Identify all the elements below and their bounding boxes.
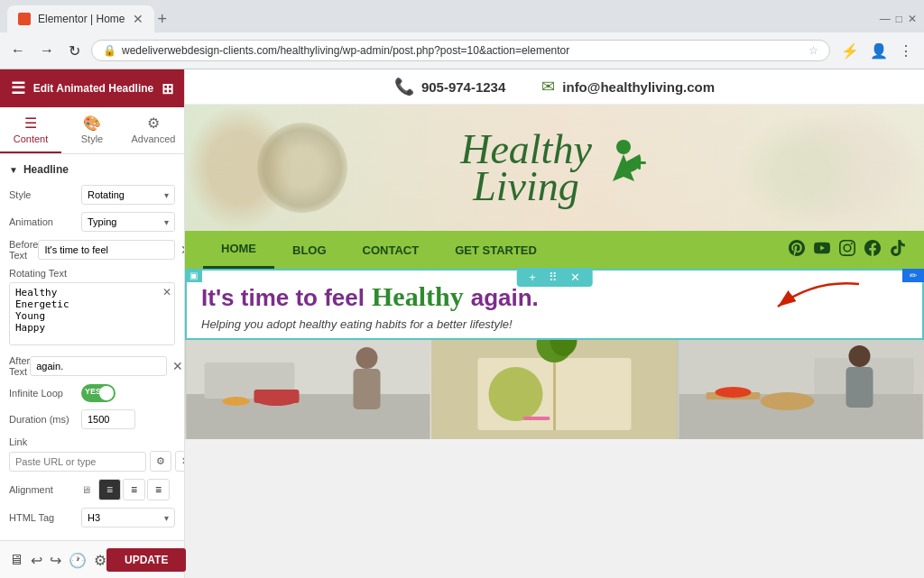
chevron-down-icon-2: ▾ [164, 217, 169, 227]
facebook-icon[interactable] [864, 240, 881, 261]
duration-input[interactable] [81, 409, 135, 429]
html-tag-select[interactable]: H3 ▾ [81, 508, 175, 528]
responsive-icon[interactable]: 🖥 [9, 552, 23, 569]
align-right-btn[interactable]: ≡ [147, 479, 170, 500]
grid-icon[interactable]: ⊞ [162, 80, 173, 97]
history-icon[interactable]: 🕐 [69, 552, 87, 569]
rotating-text-clear[interactable]: ✕ [162, 286, 171, 298]
toolbar-close-btn[interactable]: ✕ [567, 271, 584, 284]
hero-section: Healthy Living [185, 105, 924, 231]
tab-advanced[interactable]: ⚙ Advanced [123, 107, 184, 153]
star-icon[interactable]: ☆ [808, 44, 818, 57]
link-field[interactable] [9, 452, 146, 472]
phone-number: 905-974-1234 [421, 79, 505, 95]
section-title: Headline [23, 163, 69, 176]
svg-point-8 [356, 347, 378, 369]
browser-minimize[interactable]: — [880, 13, 891, 25]
update-button[interactable]: UPDATE [106, 548, 186, 572]
svg-rect-11 [254, 390, 300, 403]
hero-bowl [257, 123, 347, 213]
hero-greens [735, 114, 870, 231]
link-section: Link ⚙ ✕ [9, 436, 175, 472]
widget-floating-toolbar: + ⠿ ✕ [516, 268, 593, 287]
after-text-label: After Text [9, 355, 30, 377]
after-text-row: After Text ✕ [9, 355, 175, 377]
email-address: info@healthyliving.com [562, 79, 715, 95]
nav-item-getstarted[interactable]: GET STARTED [437, 231, 555, 269]
phone-icon: 📞 [394, 77, 414, 96]
align-left-btn[interactable]: ≡ [98, 479, 121, 500]
email-info: ✉ info@healthyliving.com [541, 77, 715, 96]
settings-icon[interactable]: ⚙ [94, 552, 106, 569]
widget-settings-btn[interactable]: ✏ [902, 269, 924, 282]
profile-btn[interactable]: 👤 [866, 39, 892, 63]
link-clear-btn[interactable]: ✕ [175, 451, 184, 472]
active-tab[interactable]: Elementor | Home ✕ [7, 5, 154, 32]
content-icon: ☰ [24, 115, 37, 132]
rotating-text-section: Rotating Text Healthy Energetic Young Ha… [9, 268, 175, 348]
chevron-down-icon-3: ▾ [164, 513, 169, 523]
logo-text-wrap: Healthy Living [460, 131, 592, 206]
new-tab-button[interactable]: + [158, 10, 168, 29]
before-text-control: ✕ [38, 240, 184, 260]
instagram-icon[interactable] [839, 240, 855, 261]
reload-button[interactable]: ↻ [65, 39, 84, 63]
tab-content[interactable]: ☰ Content [0, 107, 61, 153]
hamburger-icon[interactable]: ☰ [11, 78, 25, 98]
browser-close[interactable]: ✕ [908, 13, 917, 25]
forward-button[interactable]: → [36, 39, 58, 62]
pinterest-icon[interactable] [789, 240, 805, 261]
after-text-input[interactable] [30, 356, 167, 376]
after-text-clear[interactable]: ✕ [171, 357, 184, 375]
before-text-row: Before Text ✕ [9, 239, 175, 261]
rotating-text-input[interactable]: Healthy Energetic Young Happy [9, 282, 175, 345]
headline-after-text: again. [471, 284, 539, 312]
html-tag-row: HTML Tag H3 ▾ [9, 508, 175, 528]
browser-maximize[interactable]: □ [896, 13, 902, 25]
widget-handle[interactable]: ▣ [185, 269, 202, 282]
infinite-loop-label: Infinite Loop [9, 388, 81, 399]
nav-item-blog[interactable]: BLOG [274, 231, 345, 269]
tiktok-icon[interactable] [890, 240, 906, 261]
toggle-knob [99, 386, 114, 400]
logo-healthy: Healthy [460, 131, 592, 168]
toolbar-move-btn[interactable]: ⠿ [545, 271, 561, 284]
svg-rect-19 [523, 417, 550, 420]
link-settings-btn[interactable]: ⚙ [150, 451, 171, 472]
animation-value: Typing [88, 216, 116, 227]
youtube-icon[interactable] [814, 240, 830, 261]
align-monitor-icon: 🖥 [81, 484, 91, 495]
menu-btn[interactable]: ⋮ [895, 39, 917, 63]
bottom-image-3 [678, 340, 924, 439]
panel-header: ☰ Edit Animated Headline ⊞ [0, 69, 184, 107]
nav-item-contact[interactable]: CONTACT [345, 231, 438, 269]
undo-icon[interactable]: ↩ [31, 552, 42, 569]
align-center-btn[interactable]: ≡ [123, 479, 145, 500]
address-bar[interactable]: 🔒 wedeliverwebdesign-clients.com/healthy… [91, 40, 830, 61]
infinite-loop-toggle[interactable]: YES [81, 384, 116, 402]
section-collapse-arrow[interactable]: ▼ [9, 165, 18, 175]
before-text-clear[interactable]: ✕ [179, 241, 184, 259]
duration-control [81, 409, 175, 429]
bottom-image-1 [185, 340, 431, 439]
back-button[interactable]: ← [7, 39, 29, 62]
tab-style[interactable]: 🎨 Style [61, 107, 123, 153]
left-panel: ☰ Edit Animated Headline ⊞ ☰ Content 🎨 S… [0, 69, 185, 578]
before-text-input[interactable] [38, 240, 175, 260]
style-row: Style Rotating ▾ [9, 185, 175, 205]
logo-living: Living [460, 168, 592, 205]
svg-point-26 [716, 387, 752, 398]
headline-rotating-text: Healthy [372, 281, 464, 312]
nav-item-home[interactable]: HOME [203, 231, 274, 269]
tab-close-btn[interactable]: ✕ [133, 12, 143, 26]
animation-select[interactable]: Typing ▾ [81, 212, 175, 232]
style-select[interactable]: Rotating ▾ [81, 185, 175, 205]
main-layout: ☰ Edit Animated Headline ⊞ ☰ Content 🎨 S… [0, 69, 924, 578]
before-text-label: Before Text [9, 239, 38, 261]
redo-icon[interactable]: ↪ [50, 552, 61, 569]
footer-icons: 🖥 ↩ ↪ 🕐 ⚙ [9, 552, 106, 569]
style-control: Rotating ▾ [81, 185, 175, 205]
book-scene [431, 340, 678, 439]
toolbar-plus-btn[interactable]: + [525, 271, 540, 284]
extensions-btn[interactable]: ⚡ [837, 39, 863, 63]
